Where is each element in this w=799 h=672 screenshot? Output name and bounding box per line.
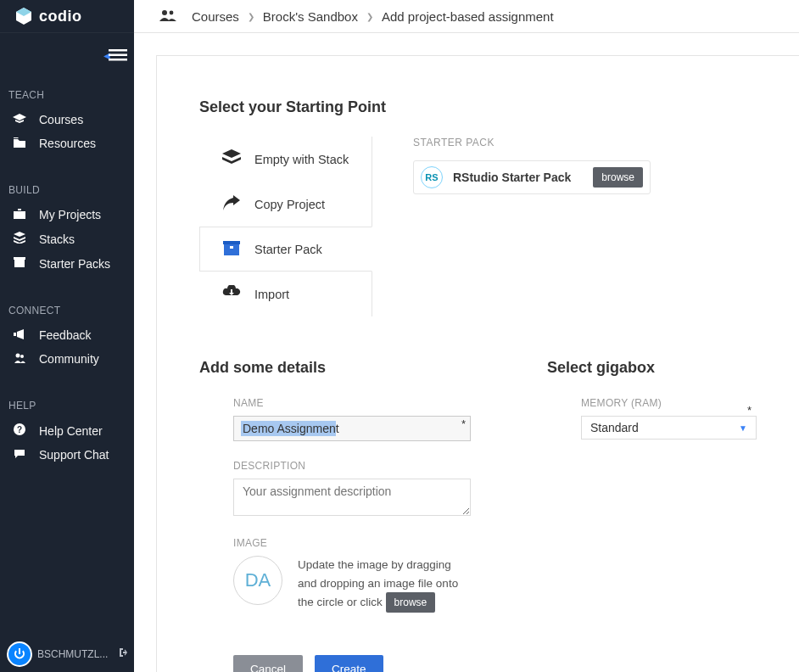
logo[interactable]: codio (0, 0, 134, 33)
sidebar-item-label: Feedback (39, 328, 91, 342)
main: Courses ❯ Brock's Sandbox ❯ Add project-… (134, 0, 799, 672)
starting-point-heading: Select your Starting Point (199, 98, 757, 116)
svg-point-7 (162, 10, 167, 15)
sidebar-item-support-chat[interactable]: Support Chat (0, 443, 134, 467)
folder-icon (12, 137, 27, 150)
sidebar-item-my-projects[interactable]: My Projects (0, 203, 134, 227)
caret-down-icon: ▼ (739, 423, 747, 433)
layers-icon (221, 149, 243, 169)
sidebar-item-starter-packs[interactable]: Starter Packs (0, 251, 134, 276)
user-row: BSCHMUTZL... (0, 636, 134, 672)
browse-image-button[interactable]: browse (386, 592, 436, 613)
sidebar-item-label: Resources (39, 137, 96, 150)
sidebar-item-help-center[interactable]: ? Help Center (0, 418, 134, 443)
breadcrumb: Courses ❯ Brock's Sandbox ❯ Add project-… (134, 0, 799, 33)
name-label: NAME (233, 397, 471, 409)
pack-badge: RS (421, 166, 443, 188)
image-instructions: Update the image by dragging and droppin… (298, 556, 459, 613)
group-icon (159, 9, 176, 24)
sidebar-item-feedback[interactable]: Feedback (0, 323, 134, 347)
image-label: IMAGE (233, 537, 471, 549)
option-starter-pack[interactable]: Starter Pack (199, 227, 372, 272)
svg-rect-2 (109, 59, 127, 61)
option-label: Import (254, 288, 289, 301)
logo-icon (14, 6, 34, 26)
stacks-icon (12, 232, 27, 246)
option-label: Copy Project (254, 198, 325, 211)
pack-name: RStudio Starter Pack (453, 171, 593, 184)
cloud-download-icon (221, 285, 243, 303)
logo-text: codio (39, 8, 82, 25)
starting-point-options: Empty with Stack Copy Project Starter Pa… (199, 137, 372, 316)
power-icon (13, 647, 26, 661)
breadcrumb-courses[interactable]: Courses (192, 9, 239, 24)
svg-point-3 (16, 354, 20, 358)
create-button[interactable]: Create (315, 655, 383, 672)
content-panel: Select your Starting Point Empty with St… (156, 55, 799, 672)
option-copy-project[interactable]: Copy Project (199, 182, 372, 227)
svg-rect-9 (230, 246, 233, 249)
sidebar-item-stacks[interactable]: Stacks (0, 227, 134, 251)
image-preview[interactable]: DA (233, 556, 282, 605)
memory-value: Standard (590, 421, 639, 434)
sidebar-item-label: Starter Packs (39, 257, 110, 271)
svg-rect-0 (109, 49, 127, 52)
svg-text:?: ? (17, 425, 22, 434)
people-icon (12, 352, 27, 366)
memory-select[interactable]: Standard ▼ (581, 416, 757, 440)
sidebar-item-label: Community (39, 352, 99, 366)
memory-label: MEMORY (RAM) (581, 397, 757, 409)
collapse-sidebar-button[interactable]: ◀ (103, 48, 127, 62)
nav-section-build: BUILD (0, 172, 134, 203)
details-heading: Add some details (199, 359, 471, 377)
name-input[interactable] (233, 416, 471, 441)
sidebar-item-community[interactable]: Community (0, 347, 134, 371)
description-input[interactable] (233, 479, 471, 516)
browse-pack-button[interactable]: browse (593, 167, 643, 188)
option-label: Empty with Stack (254, 153, 349, 166)
graduation-cap-icon (12, 113, 27, 126)
sidebar-item-label: My Projects (39, 208, 101, 221)
box-icon (12, 256, 27, 271)
description-label: DESCRIPTION (233, 460, 471, 472)
svg-point-8 (170, 10, 174, 14)
sidebar-item-label: Support Chat (39, 448, 109, 462)
hamburger-icon (109, 48, 127, 62)
chat-icon (12, 448, 27, 462)
sidebar-item-label: Help Center (39, 424, 103, 438)
option-empty-with-stack[interactable]: Empty with Stack (199, 137, 372, 182)
question-circle-icon: ? (12, 423, 27, 438)
sidebar-item-resources[interactable]: Resources (0, 132, 134, 155)
share-icon (221, 195, 243, 213)
chevron-right-icon: ❯ (248, 12, 254, 21)
sidebar: codio ◀ TEACH Courses Resources BUILD My… (0, 0, 134, 672)
sidebar-item-label: Stacks (39, 232, 75, 246)
option-import[interactable]: Import (199, 272, 372, 316)
logout-icon (115, 647, 127, 658)
option-label: Starter Pack (254, 243, 322, 256)
avatar[interactable] (7, 641, 32, 667)
cancel-button[interactable]: Cancel (233, 655, 303, 672)
briefcase-icon (12, 208, 27, 221)
sidebar-item-label: Courses (39, 113, 83, 126)
nav-section-help: HELP (0, 388, 134, 418)
breadcrumb-current: Add project-based assignment (382, 9, 554, 24)
nav-section-teach: TEACH (0, 77, 134, 108)
starter-pack-label: STARTER PACK (413, 137, 757, 148)
sidebar-item-courses[interactable]: Courses (0, 108, 134, 132)
megaphone-icon (12, 328, 27, 342)
nav-section-connect: CONNECT (0, 293, 134, 323)
svg-point-4 (20, 355, 24, 358)
package-icon (221, 239, 243, 259)
gigabox-heading: Select gigabox (547, 359, 757, 377)
breadcrumb-sandbox[interactable]: Brock's Sandbox (263, 9, 358, 24)
logout-button[interactable] (115, 647, 127, 661)
chevron-right-icon: ❯ (366, 12, 373, 21)
user-name[interactable]: BSCHMUTZL... (37, 648, 115, 660)
svg-rect-1 (109, 54, 127, 57)
starter-pack-row: RS RStudio Starter Pack browse (413, 160, 651, 194)
